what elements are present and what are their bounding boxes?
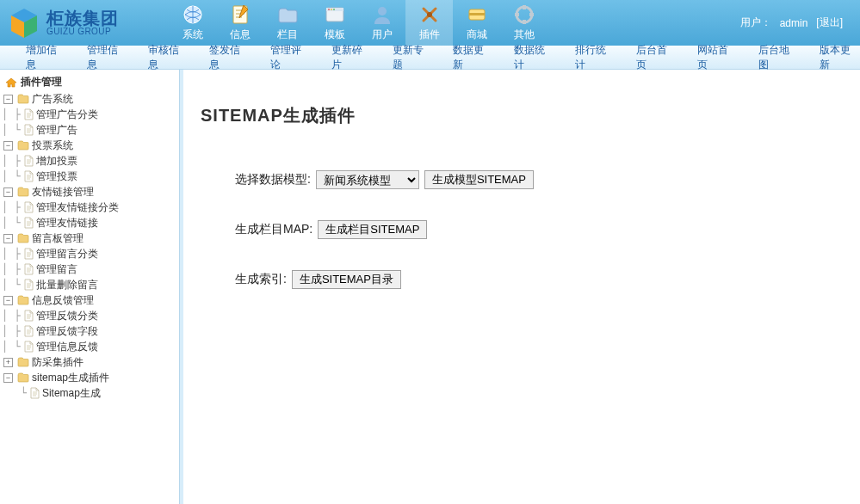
- subnav-item[interactable]: 审核信息: [148, 43, 189, 72]
- label-column: 生成栏目MAP:: [235, 222, 312, 237]
- subnav: 增加信息管理信息审核信息签发信息管理评论更新碎片更新专题数据更新数据统计排行统计…: [0, 46, 860, 70]
- tree-item[interactable]: │ └管理友情链接: [2, 215, 177, 230]
- tab-mall[interactable]: 商城: [453, 0, 500, 46]
- svg-rect-22: [515, 13, 519, 16]
- btn-gen-column-sitemap[interactable]: 生成栏目SITEMAP: [318, 220, 427, 239]
- tab-user[interactable]: 用户: [358, 0, 405, 46]
- subnav-item[interactable]: 后台首页: [636, 43, 677, 72]
- tab-label: 其他: [514, 28, 535, 42]
- btn-gen-sitemap-index[interactable]: 生成SITEMAP目录: [292, 270, 401, 289]
- tree-item[interactable]: │ ├管理广告分类: [2, 107, 177, 122]
- brand-cn: 柜族集团: [46, 9, 119, 28]
- tree-item-label[interactable]: 管理信息反馈: [36, 339, 98, 354]
- tree-item[interactable]: └Sitemap生成: [2, 385, 177, 401]
- tab-label: 模板: [325, 28, 345, 42]
- row-column-map: 生成栏目MAP: 生成栏目SITEMAP: [235, 220, 843, 239]
- tree-root: 插件管理: [2, 73, 177, 91]
- collapse-icon[interactable]: −: [3, 373, 13, 383]
- subnav-item[interactable]: 数据更新: [453, 43, 493, 72]
- tree-item[interactable]: │ ├管理留言分类: [2, 246, 177, 261]
- tree-item-label[interactable]: 批量删除留言: [36, 277, 98, 292]
- expand-icon[interactable]: +: [3, 358, 13, 367]
- select-model[interactable]: 新闻系统模型: [316, 170, 419, 189]
- tree-item[interactable]: │ └批量删除留言: [2, 277, 177, 292]
- tree-item-label[interactable]: 增加投票: [36, 153, 77, 169]
- subnav-item[interactable]: 签发信息: [209, 43, 250, 72]
- subnav-item[interactable]: 管理信息: [87, 43, 127, 72]
- tree-item-label[interactable]: 管理广告分类: [36, 107, 98, 122]
- file-icon: [23, 108, 34, 120]
- subnav-item[interactable]: 网站首页: [697, 43, 738, 72]
- subnav-item[interactable]: 排行统计: [575, 43, 616, 72]
- tree-group[interactable]: −sitemap生成插件: [2, 370, 177, 385]
- tree-group-label[interactable]: 投票系统: [32, 138, 73, 153]
- tree-item[interactable]: │ ├增加投票: [2, 153, 177, 169]
- subnav-item[interactable]: 更新碎片: [331, 43, 372, 72]
- tree-item-label[interactable]: 管理反馈分类: [36, 308, 98, 323]
- tree-item-label[interactable]: Sitemap生成: [42, 385, 101, 401]
- subnav-item[interactable]: 数据统计: [514, 43, 554, 72]
- subnav-item[interactable]: 管理评论: [270, 43, 311, 72]
- tree-group[interactable]: −广告系统: [2, 91, 177, 107]
- subnav-item[interactable]: 版本更新: [820, 43, 860, 72]
- tree-group[interactable]: −信息反馈管理: [2, 292, 177, 308]
- collapse-icon[interactable]: −: [3, 95, 13, 104]
- brand-en: GUIZU GROUP: [46, 28, 119, 37]
- tree-item[interactable]: │ └管理信息反馈: [2, 339, 177, 354]
- tree-group[interactable]: +防采集插件: [2, 354, 177, 370]
- tree-item-label[interactable]: 管理留言分类: [36, 246, 98, 261]
- btn-gen-model-sitemap[interactable]: 生成模型SITEMAP: [424, 170, 534, 189]
- collapse-icon[interactable]: −: [3, 141, 13, 151]
- folder-icon: [17, 233, 29, 243]
- tree-item[interactable]: │ ├管理留言: [2, 261, 177, 277]
- label-index: 生成索引:: [235, 272, 287, 287]
- tree-group-label[interactable]: 防采集插件: [32, 354, 84, 370]
- tree-group-label[interactable]: sitemap生成插件: [32, 370, 109, 385]
- tab-template[interactable]: 模板: [311, 0, 358, 46]
- tree-group[interactable]: −友情链接管理: [2, 184, 177, 200]
- folder-icon: [17, 295, 29, 305]
- tree-item[interactable]: │ ├管理反馈字段: [2, 323, 177, 339]
- label-model: 选择数据模型:: [235, 172, 311, 187]
- collapse-icon[interactable]: −: [3, 296, 13, 305]
- tree-item-label[interactable]: 管理投票: [36, 169, 77, 184]
- tree-item-label[interactable]: 管理反馈字段: [36, 323, 98, 339]
- tree-item[interactable]: │ └管理广告: [2, 122, 177, 138]
- file-icon: [23, 170, 34, 182]
- file-icon: [23, 201, 34, 213]
- svg-marker-24: [6, 78, 16, 87]
- tree-item-label[interactable]: 管理广告: [36, 122, 77, 138]
- file-icon: [23, 263, 34, 275]
- tree-item-label[interactable]: 管理留言: [36, 261, 77, 277]
- tree-item-label[interactable]: 管理友情链接: [36, 215, 98, 230]
- tree-item-label[interactable]: 管理友情链接分类: [36, 200, 119, 215]
- tab-system[interactable]: 系统: [169, 0, 216, 46]
- tree-item[interactable]: │ ├管理反馈分类: [2, 308, 177, 323]
- tab-label: 栏目: [277, 28, 298, 42]
- tree-item[interactable]: │ └管理投票: [2, 169, 177, 184]
- folder-icon: [17, 94, 29, 104]
- svg-point-12: [333, 9, 335, 10]
- tree-item[interactable]: │ ├管理友情链接分类: [2, 200, 177, 215]
- tab-label: 信息: [230, 28, 251, 42]
- tab-other[interactable]: 其他: [500, 0, 548, 46]
- subnav-item[interactable]: 增加信息: [26, 43, 66, 72]
- tab-plugin[interactable]: 插件: [405, 0, 453, 46]
- logout-link[interactable]: [退出]: [816, 15, 843, 30]
- subnav-item[interactable]: 更新专题: [393, 43, 433, 72]
- tab-column[interactable]: 栏目: [263, 0, 311, 46]
- tree-group[interactable]: −投票系统: [2, 138, 177, 153]
- user-area: 用户： admin [退出]: [740, 0, 860, 46]
- tree-group[interactable]: −留言板管理: [2, 230, 177, 246]
- tree-group-label[interactable]: 友情链接管理: [32, 184, 94, 200]
- collapse-icon[interactable]: −: [3, 187, 13, 197]
- collapse-icon[interactable]: −: [3, 234, 13, 243]
- subnav-item[interactable]: 后台地图: [758, 43, 799, 72]
- sidebar: 插件管理 −广告系统│ ├管理广告分类│ └管理广告−投票系统│ ├增加投票│ …: [0, 70, 180, 504]
- file-icon: [29, 387, 40, 399]
- logo-area: 柜族集团 GUIZU GROUP: [0, 0, 169, 46]
- tree-group-label[interactable]: 留言板管理: [32, 230, 84, 246]
- tree-group-label[interactable]: 广告系统: [32, 91, 73, 107]
- tab-info[interactable]: 信息: [216, 0, 263, 46]
- tree-group-label[interactable]: 信息反馈管理: [32, 292, 94, 308]
